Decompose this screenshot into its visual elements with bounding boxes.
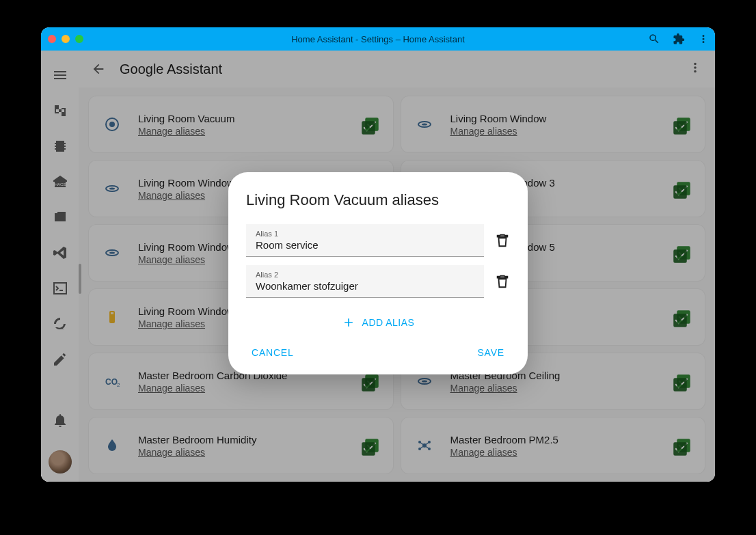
- save-button[interactable]: SAVE: [477, 347, 504, 358]
- extension-icon[interactable]: [673, 33, 685, 45]
- alias-label: Alias 1: [256, 230, 474, 238]
- minimize-window-button[interactable]: [62, 35, 70, 43]
- alias-row: Alias 1: [246, 224, 510, 257]
- title-bar: Home Assistant - Settings – Home Assista…: [41, 27, 715, 51]
- alias-field[interactable]: Alias 1: [246, 224, 484, 257]
- dialog-title: Living Room Vacuum aliases: [246, 191, 510, 209]
- aliases-dialog: Living Room Vacuum aliases Alias 1Alias …: [228, 172, 528, 374]
- close-window-button[interactable]: [48, 35, 56, 43]
- app-window: Home Assistant - Settings – Home Assista…: [41, 27, 715, 482]
- alias-input[interactable]: [256, 238, 474, 252]
- alias-label: Alias 2: [256, 271, 474, 279]
- alias-input[interactable]: [256, 279, 474, 293]
- alias-field[interactable]: Alias 2: [246, 265, 484, 298]
- delete-icon[interactable]: [495, 274, 510, 289]
- search-icon[interactable]: [648, 33, 660, 45]
- delete-icon[interactable]: [495, 233, 510, 248]
- add-alias-button[interactable]: ADD ALIAS: [246, 306, 510, 335]
- plus-icon: [342, 316, 355, 329]
- titlebar-actions: [648, 33, 710, 45]
- window-title: Home Assistant - Settings – Home Assista…: [41, 34, 715, 44]
- add-alias-label: ADD ALIAS: [362, 317, 415, 328]
- alias-row: Alias 2: [246, 265, 510, 298]
- more-vert-icon[interactable]: [697, 33, 710, 45]
- traffic-lights: [48, 35, 83, 43]
- dialog-actions: CANCEL SAVE: [246, 335, 510, 361]
- cancel-button[interactable]: CANCEL: [252, 347, 294, 358]
- zoom-window-button[interactable]: [75, 35, 83, 43]
- alias-list: Alias 1Alias 2: [246, 224, 510, 298]
